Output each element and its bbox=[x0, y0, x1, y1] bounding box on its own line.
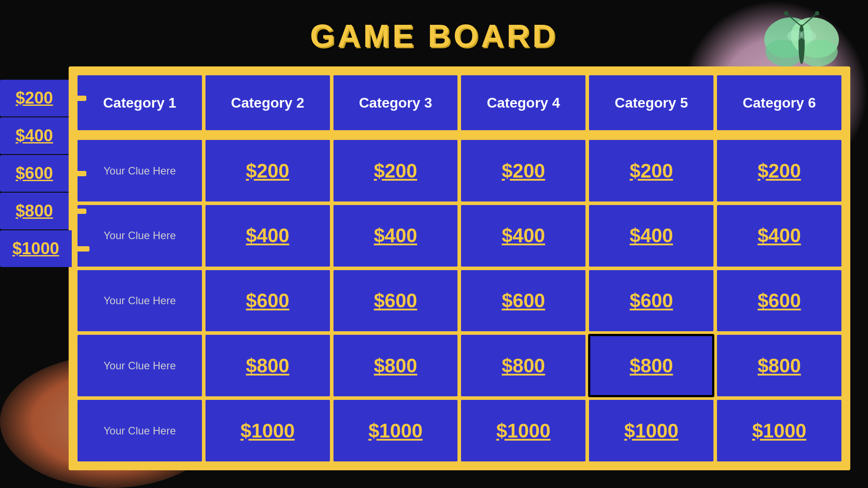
category-header-5: Category 5 bbox=[589, 75, 713, 130]
svg-point-4 bbox=[798, 24, 805, 64]
svg-point-7 bbox=[784, 11, 788, 15]
category-header-3: Category 3 bbox=[333, 75, 458, 130]
value-cell-col4-row3[interactable]: $600 bbox=[461, 270, 585, 332]
clue-cell-row1[interactable]: Your Clue Here bbox=[78, 140, 202, 201]
value-cell-col6-row5[interactable]: $1000 bbox=[717, 400, 841, 461]
spacer-cell-2 bbox=[333, 134, 458, 136]
clue-cell-row5[interactable]: Your Clue Here bbox=[78, 400, 202, 461]
category-header-6: Category 6 bbox=[717, 75, 841, 130]
spacer-cell-5 bbox=[717, 134, 841, 136]
value-cell-col4-row5[interactable]: $1000 bbox=[461, 400, 585, 461]
value-cell-col5-row2[interactable]: $400 bbox=[589, 205, 713, 267]
value-cell-col5-row3[interactable]: $600 bbox=[589, 270, 713, 332]
spacer-cell-4 bbox=[589, 134, 713, 136]
side-score-button-400[interactable]: $400 bbox=[0, 117, 69, 154]
value-cell-col3-row4[interactable]: $800 bbox=[333, 335, 458, 396]
value-cell-col5-row4[interactable]: $800 bbox=[589, 335, 713, 396]
value-cell-col2-row2[interactable]: $400 bbox=[205, 205, 330, 267]
value-cell-col3-row2[interactable]: $400 bbox=[333, 205, 458, 267]
value-cell-col4-row2[interactable]: $400 bbox=[461, 205, 585, 267]
side-score-tick-400 bbox=[69, 133, 86, 139]
page-title: GAME BOARD bbox=[310, 18, 558, 54]
value-cell-col4-row1[interactable]: $200 bbox=[461, 140, 585, 201]
value-cell-col2-row4[interactable]: $800 bbox=[205, 335, 330, 396]
game-board: Category 1Category 2Category 3Category 4… bbox=[69, 66, 850, 470]
spacer-cell-0 bbox=[78, 134, 202, 136]
value-cell-col6-row3[interactable]: $600 bbox=[717, 270, 841, 332]
side-score-button-1000[interactable]: $1000 bbox=[0, 230, 72, 267]
side-score-button-200[interactable]: $200 bbox=[0, 80, 69, 116]
value-cell-col4-row4[interactable]: $800 bbox=[461, 335, 585, 396]
clue-cell-row3[interactable]: Your Clue Here bbox=[78, 270, 202, 332]
side-score-tick-1000 bbox=[72, 246, 89, 252]
value-cell-col2-row1[interactable]: $200 bbox=[205, 140, 330, 201]
side-score-button-800[interactable]: $800 bbox=[0, 193, 69, 229]
side-score-item-1000: $1000 bbox=[0, 230, 89, 267]
value-cell-col3-row3[interactable]: $600 bbox=[333, 270, 458, 332]
spacer-cell-1 bbox=[205, 134, 330, 136]
side-score-item-400: $400 bbox=[0, 117, 89, 154]
value-cell-col6-row2[interactable]: $400 bbox=[717, 205, 841, 267]
category-header-4: Category 4 bbox=[461, 75, 585, 130]
side-score-tick-800 bbox=[69, 209, 86, 214]
side-score-tick-200 bbox=[69, 96, 86, 101]
value-cell-col2-row5[interactable]: $1000 bbox=[205, 400, 330, 461]
clue-cell-row2[interactable]: Your Clue Here bbox=[78, 205, 202, 267]
board-table: Category 1Category 2Category 3Category 4… bbox=[74, 72, 845, 465]
value-cell-col5-row5[interactable]: $1000 bbox=[589, 400, 713, 461]
value-cell-col2-row3[interactable]: $600 bbox=[205, 270, 330, 332]
side-score-item-600: $600 bbox=[0, 155, 89, 192]
value-cell-col6-row4[interactable]: $800 bbox=[717, 335, 841, 396]
clue-cell-row4[interactable]: Your Clue Here bbox=[78, 335, 202, 396]
side-score-button-600[interactable]: $600 bbox=[0, 155, 69, 192]
value-cell-col3-row1[interactable]: $200 bbox=[333, 140, 458, 201]
spacer-cell-3 bbox=[461, 134, 585, 136]
value-cell-col3-row5[interactable]: $1000 bbox=[333, 400, 458, 461]
category-header-2: Category 2 bbox=[205, 75, 330, 130]
value-cell-col5-row1[interactable]: $200 bbox=[589, 140, 713, 201]
svg-point-8 bbox=[815, 11, 819, 15]
value-cell-col6-row1[interactable]: $200 bbox=[717, 140, 841, 201]
side-score-tick-600 bbox=[69, 171, 86, 176]
side-scores-panel: $200 $400 $600 $800 $1000 bbox=[0, 80, 89, 268]
side-score-item-200: $200 bbox=[0, 80, 89, 116]
category-header-1: Category 1 bbox=[78, 75, 202, 130]
side-score-item-800: $800 bbox=[0, 193, 89, 229]
